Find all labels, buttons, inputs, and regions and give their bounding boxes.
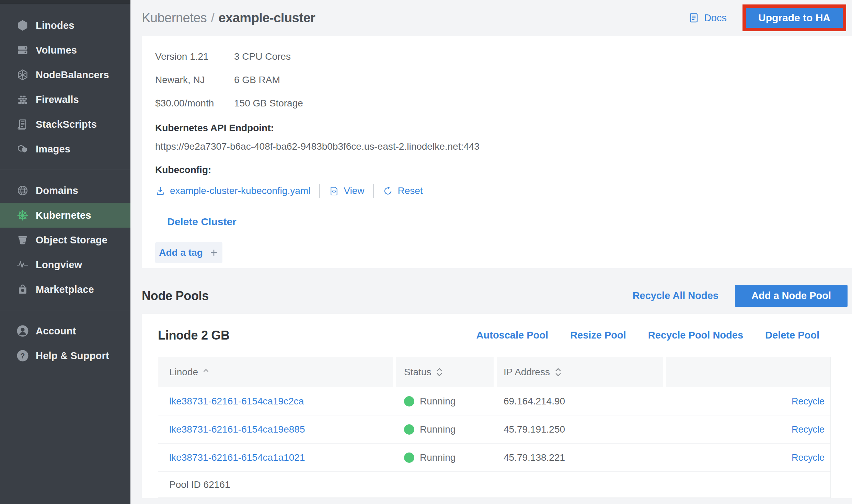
delete-pool-link[interactable]: Delete Pool xyxy=(765,330,819,341)
column-label: Linode xyxy=(169,367,198,378)
sidebar-item-label: Kubernetes xyxy=(36,210,91,221)
download-icon xyxy=(155,186,165,196)
sort-both-icon xyxy=(554,367,562,378)
column-header-linode[interactable]: Linode xyxy=(158,357,396,387)
images-icon xyxy=(16,143,29,155)
node-pools-actions: Recycle All Nodes Add a Node Pool xyxy=(633,285,848,307)
column-header-status[interactable]: Status xyxy=(396,357,497,387)
node-link[interactable]: lke38731-62161-6154ca1a1021 xyxy=(169,452,305,463)
reset-label: Reset xyxy=(398,185,423,196)
sidebar-item-marketplace[interactable]: Marketplace xyxy=(0,277,130,302)
cluster-storage: 150 GB Storage xyxy=(234,96,361,110)
sidebar-item-longview[interactable]: Longview xyxy=(0,252,130,277)
node-ip: 69.164.214.90 xyxy=(497,396,666,407)
node-row: lke38731-62161-6154ca1a1021 Running 45.7… xyxy=(158,443,830,471)
sidebar-item-account[interactable]: Account xyxy=(0,319,130,343)
sidebar-item-object-storage[interactable]: Object Storage xyxy=(0,228,130,252)
api-endpoint-url: https://9e2a7307-b6ac-408f-ba62-9483b0b3… xyxy=(155,141,838,152)
plus-icon xyxy=(209,248,219,257)
view-code-icon xyxy=(329,186,339,196)
delete-cluster-button[interactable]: Delete Cluster xyxy=(167,216,237,228)
pool-name: Linode 2 GB xyxy=(158,328,230,343)
docs-icon xyxy=(688,12,699,23)
svg-text:?: ? xyxy=(20,352,25,360)
node-table: Linode Status IP Address lke38731-62161-… xyxy=(158,357,831,498)
pool-id-label: Pool ID 62161 xyxy=(169,479,230,490)
sidebar-item-domains[interactable]: Domains xyxy=(0,178,130,203)
sidebar-divider xyxy=(0,170,130,170)
sidebar-item-label: NodeBalancers xyxy=(36,69,109,81)
marketplace-icon xyxy=(16,283,29,296)
firewalls-icon xyxy=(16,93,29,106)
table-header-row: Linode Status IP Address xyxy=(158,357,830,387)
breadcrumb-separator: / xyxy=(211,11,214,25)
cluster-version: Version 1.21 xyxy=(155,50,234,64)
cluster-summary-card: Version 1.21 3 CPU Cores Newark, NJ 6 GB… xyxy=(142,36,852,268)
node-pool-card: Linode 2 GB Autoscale Pool Resize Pool R… xyxy=(142,314,852,498)
upgrade-to-ha-button[interactable]: Upgrade to HA xyxy=(746,8,843,28)
node-status: Running xyxy=(420,424,456,435)
recycle-node-link[interactable]: Recycle xyxy=(792,453,825,463)
docs-label: Docs xyxy=(704,12,727,24)
kubeconfig-row: example-cluster-kubeconfig.yaml View Res… xyxy=(155,184,838,198)
node-pools-bar: Node Pools Recycle All Nodes Add a Node … xyxy=(142,281,848,310)
app-window: Linodes Volumes NodeBalancers Firewalls … xyxy=(0,0,852,504)
docs-link[interactable]: Docs xyxy=(688,12,727,24)
sidebar-item-label: Help & Support xyxy=(36,350,109,362)
node-link[interactable]: lke38731-62161-6154ca19e885 xyxy=(169,424,305,435)
reset-icon xyxy=(383,186,393,196)
kubeconfig-label: Kubeconfig: xyxy=(155,164,838,175)
header-actions: Docs Upgrade to HA xyxy=(688,4,846,31)
sort-both-icon xyxy=(435,367,444,378)
upgrade-highlight-annotation: Upgrade to HA xyxy=(742,4,846,31)
sidebar-item-firewalls[interactable]: Firewalls xyxy=(0,87,130,112)
pool-header: Linode 2 GB Autoscale Pool Resize Pool R… xyxy=(142,314,852,357)
sidebar-item-help-support[interactable]: ? Help & Support xyxy=(0,343,130,368)
help-icon: ? xyxy=(16,350,29,362)
nodebalancers-icon xyxy=(16,69,29,81)
kubeconfig-download-link[interactable]: example-cluster-kubeconfig.yaml xyxy=(155,185,310,196)
sidebar-nav: Linodes Volumes NodeBalancers Firewalls … xyxy=(0,4,130,368)
stackscripts-icon xyxy=(16,118,29,130)
status-dot xyxy=(404,424,414,435)
node-link[interactable]: lke38731-62161-6154ca19c2ca xyxy=(169,396,304,406)
sidebar-item-label: Account xyxy=(36,325,76,337)
breadcrumb: Kubernetes / example-cluster xyxy=(142,11,315,25)
node-row: lke38731-62161-6154ca19e885 Running 45.7… xyxy=(158,415,830,443)
sidebar-item-kubernetes[interactable]: Kubernetes xyxy=(0,203,130,228)
autoscale-pool-link[interactable]: Autoscale Pool xyxy=(476,330,549,341)
sidebar-item-nodebalancers[interactable]: NodeBalancers xyxy=(0,62,130,87)
sidebar-item-linodes[interactable]: Linodes xyxy=(0,13,130,38)
cluster-ram: 6 GB RAM xyxy=(234,73,361,87)
sidebar: Linodes Volumes NodeBalancers Firewalls … xyxy=(0,0,130,504)
cluster-region: Newark, NJ xyxy=(155,73,234,87)
add-tag-button[interactable]: Add a tag xyxy=(155,242,222,263)
sidebar-item-label: Domains xyxy=(36,185,78,196)
recycle-node-link[interactable]: Recycle xyxy=(792,396,825,406)
recycle-node-link[interactable]: Recycle xyxy=(792,424,825,435)
sidebar-item-volumes[interactable]: Volumes xyxy=(0,38,130,62)
node-ip: 45.79.191.250 xyxy=(497,424,666,435)
sidebar-item-stackscripts[interactable]: StackScripts xyxy=(0,112,130,137)
cluster-specs: Version 1.21 3 CPU Cores Newark, NJ 6 GB… xyxy=(155,50,361,110)
breadcrumb-kubernetes-link[interactable]: Kubernetes xyxy=(142,11,207,25)
cluster-cpu: 3 CPU Cores xyxy=(234,50,361,64)
sidebar-item-label: Object Storage xyxy=(36,234,107,246)
sidebar-divider xyxy=(0,310,130,310)
kubeconfig-view-link[interactable]: View xyxy=(329,185,364,196)
sort-asc-icon xyxy=(202,368,210,373)
view-label: View xyxy=(344,185,364,196)
sidebar-item-images[interactable]: Images xyxy=(0,137,130,161)
column-header-ip-address[interactable]: IP Address xyxy=(497,357,666,387)
recycle-pool-nodes-link[interactable]: Recycle Pool Nodes xyxy=(648,330,743,341)
status-dot xyxy=(404,396,414,406)
recycle-all-nodes-link[interactable]: Recycle All Nodes xyxy=(633,290,718,301)
add-tag-label: Add a tag xyxy=(159,247,203,258)
cluster-price: $30.00/month xyxy=(155,96,234,110)
resize-pool-link[interactable]: Resize Pool xyxy=(570,330,626,341)
account-icon xyxy=(16,325,29,337)
sidebar-item-label: Linodes xyxy=(36,20,74,31)
add-node-pool-button[interactable]: Add a Node Pool xyxy=(735,285,848,307)
kubeconfig-reset-link[interactable]: Reset xyxy=(383,185,423,196)
node-status: Running xyxy=(420,396,456,407)
